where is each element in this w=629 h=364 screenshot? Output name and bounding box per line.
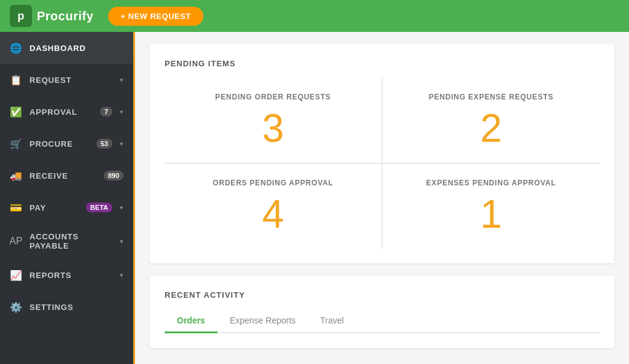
sidebar-label-approval: APPROVAL [29, 107, 93, 117]
activity-tabs: OrdersExpense ReportsTravel [165, 309, 600, 333]
sidebar-chevron-request: ▾ [120, 76, 123, 84]
pending-card-value: 1 [395, 195, 587, 234]
sidebar-chevron-approval: ▾ [120, 108, 123, 116]
sidebar-item-dashboard[interactable]: 🌐DASHBOARD [0, 32, 133, 64]
activity-section-title: RECENT ACTIVITY [165, 290, 600, 300]
pending-items-section: PENDING ITEMS PENDING ORDER REQUESTS3PEN… [150, 44, 614, 263]
recent-activity-section: RECENT ACTIVITY OrdersExpense ReportsTra… [150, 276, 614, 348]
pending-card-value: 3 [177, 109, 369, 148]
settings-icon: ⚙️ [10, 301, 22, 313]
pending-grid: PENDING ORDER REQUESTS3PENDING EXPENSE R… [165, 78, 600, 249]
request-icon: 📋 [10, 74, 22, 86]
sidebar-label-reports: REPORTS [29, 271, 112, 280]
logo-icon: p [10, 5, 32, 27]
pending-card: PENDING EXPENSE REQUESTS2 [382, 78, 600, 163]
pending-card-label: EXPENSES PENDING APPROVAL [395, 179, 587, 187]
sidebar-item-pay[interactable]: 💳PAYBETA▾ [0, 192, 133, 223]
activity-tab-travel[interactable]: Travel [308, 309, 356, 333]
sidebar-chevron-accounts-payable: ▾ [120, 238, 123, 246]
sidebar: 🌐DASHBOARD📋REQUEST▾✅APPROVAL7▾🛒PROCURE53… [0, 32, 135, 364]
reports-icon: 📈 [10, 269, 22, 281]
sidebar-chevron-reports: ▾ [120, 271, 123, 279]
pay-icon: 💳 [10, 201, 22, 214]
sidebar-badge-approval: 7 [100, 107, 112, 117]
procure-icon: 🛒 [10, 137, 22, 150]
pending-card: EXPENSES PENDING APPROVAL1 [382, 163, 600, 249]
pending-section-title: PENDING ITEMS [165, 59, 600, 68]
sidebar-label-procure: PROCURE [29, 139, 89, 149]
sidebar-item-approval[interactable]: ✅APPROVAL7▾ [0, 96, 133, 128]
sidebar-chevron-procure: ▾ [120, 140, 123, 148]
approval-icon: ✅ [10, 106, 22, 118]
sidebar-item-receive[interactable]: 🚚RECEIVE890 [0, 160, 133, 192]
pending-card-label: ORDERS PENDING APPROVAL [177, 179, 369, 187]
sidebar-item-request[interactable]: 📋REQUEST▾ [0, 64, 133, 96]
activity-tab-orders[interactable]: Orders [165, 309, 217, 333]
receive-icon: 🚚 [10, 169, 22, 182]
sidebar-badge-pay: BETA [86, 203, 112, 212]
logo-text: Procurify [37, 9, 93, 23]
sidebar-item-reports[interactable]: 📈REPORTS▾ [0, 259, 133, 291]
sidebar-chevron-pay: ▾ [120, 204, 123, 212]
sidebar-badge-procure: 53 [96, 139, 112, 149]
pending-card-label: PENDING ORDER REQUESTS [177, 93, 369, 101]
pending-card-label: PENDING EXPENSE REQUESTS [395, 93, 587, 101]
content-area: PENDING ITEMS PENDING ORDER REQUESTS3PEN… [135, 32, 629, 364]
sidebar-label-receive: RECEIVE [29, 171, 96, 180]
dashboard-icon: 🌐 [10, 42, 22, 54]
new-request-button[interactable]: + NEW REQUEST [108, 7, 203, 26]
sidebar-item-settings[interactable]: ⚙️SETTINGS [0, 291, 133, 323]
sidebar-label-pay: PAY [29, 203, 79, 212]
pending-card-value: 4 [177, 195, 369, 234]
sidebar-label-accounts-payable: ACCOUNTS PAYABLE [29, 232, 112, 250]
sidebar-label-request: REQUEST [29, 76, 112, 85]
pending-card-value: 2 [395, 109, 587, 148]
top-header: p Procurify + NEW REQUEST [0, 0, 629, 32]
accounts-payable-icon: AP [10, 235, 22, 247]
sidebar-label-settings: SETTINGS [29, 303, 123, 312]
main-layout: 🌐DASHBOARD📋REQUEST▾✅APPROVAL7▾🛒PROCURE53… [0, 32, 629, 364]
sidebar-item-procure[interactable]: 🛒PROCURE53▾ [0, 128, 133, 160]
sidebar-item-accounts-payable[interactable]: APACCOUNTS PAYABLE▾ [0, 223, 133, 259]
pending-card: ORDERS PENDING APPROVAL4 [165, 163, 382, 249]
pending-card: PENDING ORDER REQUESTS3 [165, 78, 382, 163]
activity-tab-expense-reports[interactable]: Expense Reports [217, 309, 308, 333]
logo-area: p Procurify [10, 5, 93, 27]
sidebar-label-dashboard: DASHBOARD [29, 44, 123, 53]
sidebar-badge-receive: 890 [104, 171, 123, 180]
